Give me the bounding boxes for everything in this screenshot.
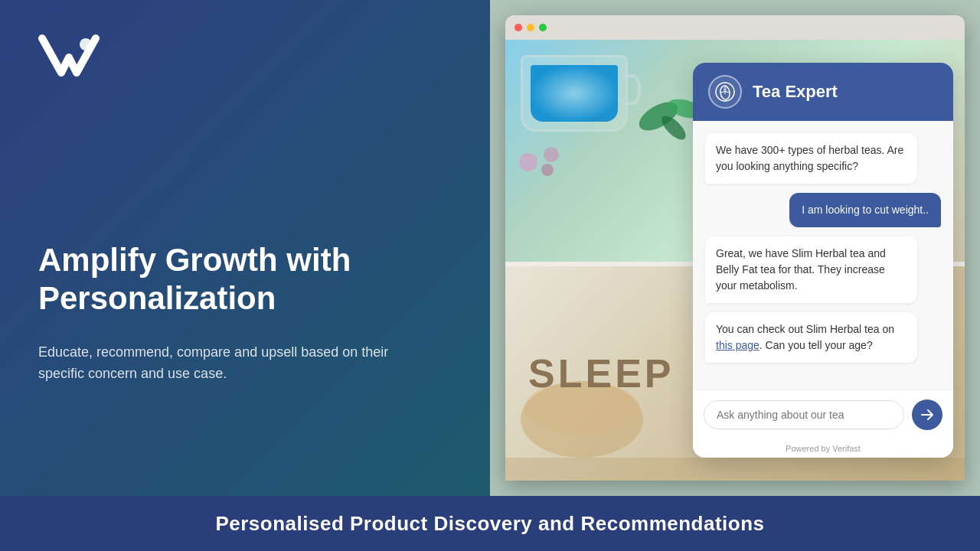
browser-content: SLEEP xyxy=(505,40,965,481)
chat-widget[interactable]: Tea Expert We have 300+ types of herbal … xyxy=(693,63,953,458)
chat-input-area xyxy=(693,390,953,439)
logo xyxy=(38,31,100,84)
tea-expert-icon xyxy=(708,75,742,109)
chat-send-button[interactable] xyxy=(912,399,942,430)
chat-messages: We have 300+ types of herbal teas. Are y… xyxy=(693,121,953,390)
chat-header: Tea Expert xyxy=(693,63,953,121)
bottom-bar: Personalised Product Discovery and Recom… xyxy=(0,496,980,551)
right-panel: SLEEP xyxy=(490,0,980,496)
tea-cup xyxy=(521,55,628,132)
this-page-link[interactable]: this page xyxy=(716,339,760,351)
user-message-1: I am looking to cut weight.. xyxy=(789,193,941,227)
powered-by: Powered by Verifast xyxy=(693,439,953,458)
browser-minimize-dot xyxy=(527,24,534,31)
chat-title: Tea Expert xyxy=(753,82,838,102)
bottom-bar-text: Personalised Product Discovery and Recom… xyxy=(215,512,764,536)
chat-input[interactable] xyxy=(704,400,904,429)
flower-decoration xyxy=(513,139,666,188)
browser-close-dot xyxy=(514,24,522,31)
bot-message-2: Great, we have Slim Herbal tea and Belly… xyxy=(705,236,917,303)
sleep-label: SLEEP xyxy=(521,350,675,396)
bot-message-1: We have 300+ types of herbal teas. Are y… xyxy=(705,133,917,184)
svg-point-4 xyxy=(519,153,537,171)
sub-text: Educate, recommend, compare and upsell b… xyxy=(38,341,390,386)
browser-mockup: SLEEP xyxy=(505,15,965,481)
svg-point-0 xyxy=(80,38,92,51)
bot-message-3: You can check out Slim Herbal tea on thi… xyxy=(705,312,917,363)
main-container: Amplify Growth with Personalization Educ… xyxy=(0,0,980,551)
svg-point-5 xyxy=(544,147,559,162)
browser-maximize-dot xyxy=(539,24,547,31)
left-panel: Amplify Growth with Personalization Educ… xyxy=(0,0,490,496)
browser-bar xyxy=(505,15,965,40)
svg-point-6 xyxy=(541,164,554,176)
main-heading: Amplify Growth with Personalization xyxy=(38,241,452,318)
left-content: Amplify Growth with Personalization Educ… xyxy=(38,207,452,465)
top-section: Amplify Growth with Personalization Educ… xyxy=(0,0,980,496)
tea-liquid xyxy=(531,65,618,122)
